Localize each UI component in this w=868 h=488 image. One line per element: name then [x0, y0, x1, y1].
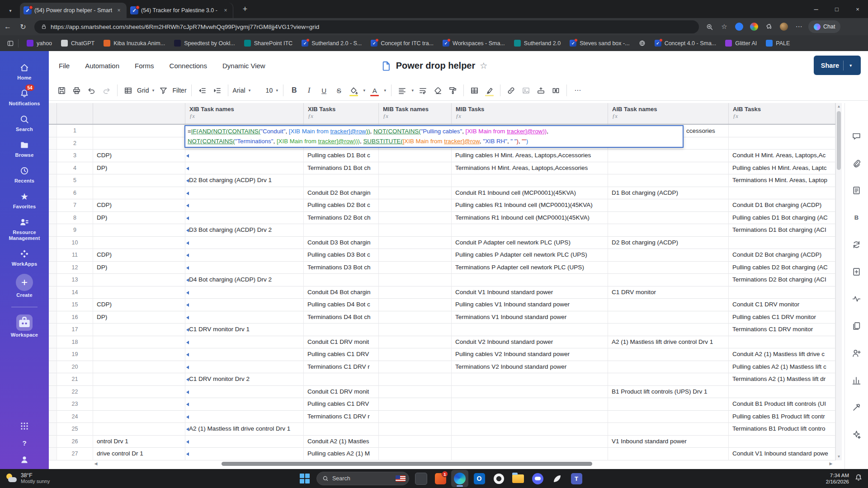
- help-icon[interactable]: ?: [19, 438, 29, 448]
- taskbar-app-file-explorer[interactable]: [509, 470, 527, 487]
- grid-cell[interactable]: Pulling cables D2 Bot charging (AC: [729, 262, 835, 274]
- taskbar-app-copilot-circle[interactable]: [490, 470, 507, 487]
- grid-cell[interactable]: [304, 274, 379, 286]
- sidebar-item-create[interactable]: +Create: [16, 274, 33, 298]
- grid-cell[interactable]: Conduit A2 (1) Mastles: [304, 436, 379, 448]
- grid-cell[interactable]: [185, 162, 304, 175]
- italic-icon[interactable]: I: [302, 83, 316, 98]
- grid-cell[interactable]: drive control Dr 1: [93, 448, 185, 460]
- grid-cell[interactable]: [304, 174, 379, 187]
- grid-cell[interactable]: D3 Bot charging (ACDP) Drv 2: [185, 224, 304, 237]
- row-number[interactable]: 5: [57, 174, 93, 187]
- cellformat-icon[interactable]: [467, 83, 482, 98]
- grid-cell[interactable]: [379, 162, 452, 175]
- grid-cell[interactable]: [379, 199, 452, 212]
- grid-cell[interactable]: [452, 373, 608, 386]
- grid-cell[interactable]: [608, 199, 729, 212]
- row-number[interactable]: 17: [57, 324, 93, 336]
- grid-cell[interactable]: [185, 398, 304, 411]
- grid-cell[interactable]: D4 Bot charging (ACDP) Drv 2: [185, 274, 304, 286]
- image-icon[interactable]: [519, 83, 533, 98]
- menu-automation[interactable]: Automation: [85, 62, 119, 70]
- update-requests-icon[interactable]: [852, 239, 862, 249]
- back-icon[interactable]: ←: [0, 23, 15, 31]
- row-number[interactable]: 11: [57, 249, 93, 262]
- grid-cell[interactable]: [452, 448, 608, 460]
- grid-cell[interactable]: [729, 436, 835, 448]
- grid-cell[interactable]: [379, 348, 452, 361]
- profile-avatar-icon[interactable]: [779, 22, 789, 32]
- vertical-scroll-thumb[interactable]: [837, 111, 841, 170]
- share-users-icon[interactable]: [852, 348, 862, 358]
- sidebar-item-workspace[interactable]: Workspace: [11, 314, 38, 338]
- notification-bell-icon[interactable]: z: [854, 474, 863, 483]
- grid-cell[interactable]: [185, 386, 304, 399]
- brandfolder-icon[interactable]: B: [852, 212, 862, 222]
- close-button[interactable]: ×: [847, 0, 868, 18]
- row-number[interactable]: 16: [57, 311, 93, 324]
- grid-cell[interactable]: Terminations A2 (1) Mastless lift dr: [729, 373, 835, 386]
- grid-cell[interactable]: [379, 299, 452, 311]
- grid-cell[interactable]: [608, 212, 729, 225]
- grid-cell[interactable]: [608, 448, 729, 460]
- sidebar-item-home[interactable]: Home: [17, 62, 31, 81]
- grid-cell[interactable]: CDP): [93, 199, 185, 212]
- view-label[interactable]: Grid: [137, 87, 149, 94]
- grid-cell[interactable]: [93, 125, 185, 137]
- grid-cell[interactable]: [379, 286, 452, 299]
- grid-cell[interactable]: Terminations D3 Bot ch: [304, 262, 379, 274]
- grid-cell[interactable]: [608, 348, 729, 361]
- taskbar-app-edge[interactable]: [451, 470, 468, 487]
- grid-cell[interactable]: C1 DRV monitor: [608, 286, 729, 299]
- proofs-icon[interactable]: [852, 185, 862, 195]
- grid-cell[interactable]: Pulling cables V1 Inbound standard power: [452, 299, 608, 311]
- extension-blue-icon[interactable]: [734, 22, 744, 32]
- grid-cell[interactable]: [93, 398, 185, 411]
- scroll-down-icon[interactable]: ▼: [836, 454, 842, 460]
- undo-icon[interactable]: [84, 83, 99, 98]
- grid-cell[interactable]: [93, 237, 185, 249]
- grid-cell[interactable]: DP): [93, 311, 185, 324]
- grid-cell[interactable]: [185, 361, 304, 374]
- underline-icon[interactable]: U: [316, 83, 331, 98]
- grid-cell[interactable]: [452, 398, 608, 411]
- bookmark-item[interactable]: ✓Concept 4.0 - Sma...: [650, 38, 721, 49]
- new-tab-button[interactable]: +: [239, 5, 251, 14]
- grid-cell[interactable]: Conduit D1 Bot charging (ACDP): [729, 199, 835, 212]
- grid-cell[interactable]: Conduit V1 Inbound standard powe: [729, 448, 835, 460]
- grid-cell[interactable]: [379, 249, 452, 262]
- column-header-aib-task-names[interactable]: AIB Task namesƒx: [608, 103, 729, 124]
- grid-cell[interactable]: A2 (1) Mastless lift drive control Drv 1: [185, 423, 304, 436]
- grid-cell[interactable]: Terminations D4 Bot ch: [304, 311, 379, 324]
- row-number[interactable]: 10: [57, 237, 93, 249]
- annotate-icon[interactable]: [852, 402, 862, 412]
- sidebar-item-browse[interactable]: Browse: [15, 139, 34, 158]
- grid-cell[interactable]: Terminations V1 Inbound standard power: [452, 311, 608, 324]
- grid-cell[interactable]: [608, 299, 729, 311]
- grid-cell[interactable]: [379, 150, 452, 162]
- row-number[interactable]: 9: [57, 224, 93, 237]
- grid-cell[interactable]: [93, 361, 185, 374]
- row-number[interactable]: 20: [57, 361, 93, 374]
- grid-cell[interactable]: [608, 150, 729, 162]
- column-header-blank[interactable]: [93, 103, 185, 124]
- addrow-icon[interactable]: [533, 83, 548, 98]
- indent-icon[interactable]: [210, 83, 225, 98]
- maximize-button[interactable]: □: [826, 0, 847, 18]
- sidebar-item-search[interactable]: Search: [16, 113, 33, 132]
- column-header-mib-tasks[interactable]: MIB Tasksƒx: [452, 103, 608, 124]
- apps-grid-icon[interactable]: [19, 421, 29, 431]
- grid-cell[interactable]: [379, 423, 452, 436]
- row-number[interactable]: 19: [57, 348, 93, 361]
- grid-cell[interactable]: [93, 274, 185, 286]
- filter-label[interactable]: Filter: [172, 87, 186, 94]
- row-number[interactable]: 23: [57, 398, 93, 411]
- grid-cell[interactable]: [729, 187, 835, 200]
- row-number[interactable]: 3: [57, 150, 93, 162]
- column-header-xib-tasks[interactable]: XIB Tasksƒx: [304, 103, 379, 124]
- grid-cell[interactable]: [608, 324, 729, 336]
- taskbar-app-quill[interactable]: [548, 470, 566, 487]
- grid-cell[interactable]: [729, 237, 835, 249]
- grid-cell[interactable]: [93, 348, 185, 361]
- grid-cell[interactable]: Pulling cables P Adapter cell newtork PL…: [452, 249, 608, 262]
